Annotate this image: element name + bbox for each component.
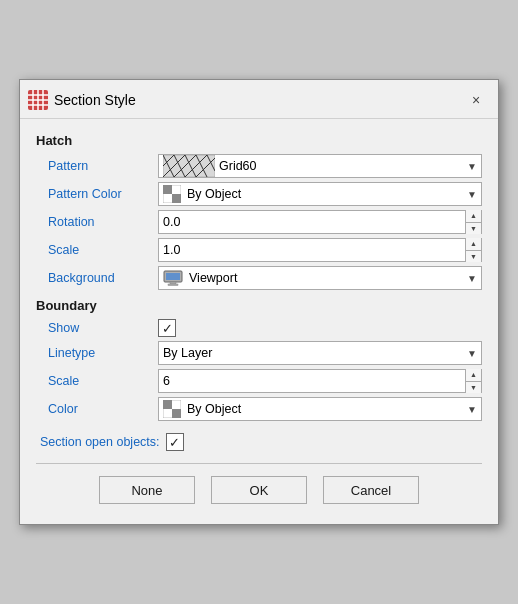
- cancel-button[interactable]: Cancel: [323, 476, 419, 504]
- background-value: Viewport: [189, 271, 463, 285]
- hatch-scale-control: ▲ ▼: [158, 238, 482, 262]
- background-row: Background Viewport ▼: [36, 266, 482, 290]
- pattern-color-value: By Object: [187, 187, 463, 201]
- linetype-value: By Layer: [163, 346, 463, 360]
- rotation-row: Rotation ▲ ▼: [36, 210, 482, 234]
- title-bar: Section Style ×: [20, 80, 498, 119]
- hatch-scale-row: Scale ▲ ▼: [36, 238, 482, 262]
- rotation-decrement-button[interactable]: ▼: [466, 223, 481, 235]
- pattern-color-dropdown[interactable]: By Object ▼: [158, 182, 482, 206]
- boundary-scale-label: Scale: [48, 374, 158, 388]
- section-open-suffix: :: [156, 435, 159, 449]
- background-dropdown[interactable]: Viewport ▼: [158, 266, 482, 290]
- boundary-scale-control: ▲ ▼: [158, 369, 482, 393]
- boundary-scale-row: Scale ▲ ▼: [36, 369, 482, 393]
- pattern-label: Pattern: [48, 159, 158, 173]
- linetype-row: Linetype By Layer ▼: [36, 341, 482, 365]
- show-row: Show ✓: [36, 319, 482, 337]
- svg-rect-19: [163, 185, 172, 194]
- section-open-checkbox[interactable]: ✓: [166, 433, 184, 451]
- boundary-scale-increment-button[interactable]: ▲: [466, 369, 481, 382]
- pattern-color-row: Pattern Color By Object ▼: [36, 182, 482, 206]
- color-checkerboard-icon: [163, 400, 181, 418]
- monitor-icon: [163, 270, 183, 286]
- svg-rect-22: [166, 273, 180, 280]
- boundary-scale-spinner-buttons: ▲ ▼: [465, 369, 481, 393]
- pattern-control: Grid60 ▼: [158, 154, 482, 178]
- color-value: By Object: [187, 402, 463, 416]
- dialog-icon: [28, 90, 48, 110]
- color-control: By Object ▼: [158, 397, 482, 421]
- show-control: ✓: [158, 319, 482, 337]
- hatch-section-header: Hatch: [36, 133, 482, 148]
- pattern-dropdown[interactable]: Grid60 ▼: [158, 154, 482, 178]
- pattern-dropdown-arrow: ▼: [467, 161, 477, 172]
- pattern-color-label: Pattern Color: [48, 187, 158, 201]
- hatch-scale-increment-button[interactable]: ▲: [466, 238, 481, 251]
- section-open-row: Section open objects: ✓: [36, 425, 482, 455]
- rotation-input[interactable]: [159, 211, 465, 233]
- hatch-scale-spinner: ▲ ▼: [158, 238, 482, 262]
- pattern-row: Pattern: [36, 154, 482, 178]
- background-control: Viewport ▼: [158, 266, 482, 290]
- show-checkbox[interactable]: ✓: [158, 319, 176, 337]
- show-checkmark: ✓: [162, 322, 173, 335]
- button-divider: [36, 463, 482, 464]
- linetype-label: Linetype: [48, 346, 158, 360]
- boundary-scale-input[interactable]: [159, 370, 465, 392]
- dialog-body: Hatch Pattern: [20, 119, 498, 524]
- linetype-control: By Layer ▼: [158, 341, 482, 365]
- boundary-scale-spinner: ▲ ▼: [158, 369, 482, 393]
- ok-button[interactable]: OK: [211, 476, 307, 504]
- button-row: None OK Cancel: [36, 470, 482, 514]
- hatch-pattern-icon: [163, 155, 215, 177]
- section-open-prefix: Section: [40, 435, 85, 449]
- hatch-scale-label: Scale: [48, 243, 158, 257]
- hatch-scale-decrement-button[interactable]: ▼: [466, 251, 481, 263]
- section-open-blue: open objects: [85, 435, 156, 449]
- color-dropdown-arrow: ▼: [467, 404, 477, 415]
- rotation-spinner: ▲ ▼: [158, 210, 482, 234]
- pattern-color-arrow: ▼: [467, 189, 477, 200]
- color-row: Color By Object ▼: [36, 397, 482, 421]
- hatch-scale-spinner-buttons: ▲ ▼: [465, 238, 481, 262]
- pattern-value: Grid60: [219, 159, 463, 173]
- rotation-label: Rotation: [48, 215, 158, 229]
- rotation-increment-button[interactable]: ▲: [466, 210, 481, 223]
- show-label: Show: [48, 321, 158, 335]
- svg-rect-27: [172, 409, 181, 418]
- none-button[interactable]: None: [99, 476, 195, 504]
- background-label: Background: [48, 271, 158, 285]
- section-open-text: Section open objects:: [40, 435, 160, 449]
- svg-rect-26: [163, 400, 172, 409]
- checkerboard-icon: [163, 185, 181, 203]
- boundary-scale-decrement-button[interactable]: ▼: [466, 382, 481, 394]
- rotation-control: ▲ ▼: [158, 210, 482, 234]
- section-open-checkmark: ✓: [169, 436, 180, 449]
- linetype-dropdown[interactable]: By Layer ▼: [158, 341, 482, 365]
- boundary-section-header: Boundary: [36, 298, 482, 313]
- svg-rect-23: [170, 282, 176, 284]
- svg-rect-24: [168, 284, 178, 286]
- color-label: Color: [48, 402, 158, 416]
- background-dropdown-arrow: ▼: [467, 273, 477, 284]
- dialog-title: Section Style: [54, 92, 464, 108]
- pattern-color-control: By Object ▼: [158, 182, 482, 206]
- section-style-dialog: Section Style × Hatch Pattern: [19, 79, 499, 525]
- hatch-scale-input[interactable]: [159, 239, 465, 261]
- linetype-dropdown-arrow: ▼: [467, 348, 477, 359]
- color-dropdown[interactable]: By Object ▼: [158, 397, 482, 421]
- close-button[interactable]: ×: [464, 88, 488, 112]
- svg-rect-20: [172, 194, 181, 203]
- rotation-spinner-buttons: ▲ ▼: [465, 210, 481, 234]
